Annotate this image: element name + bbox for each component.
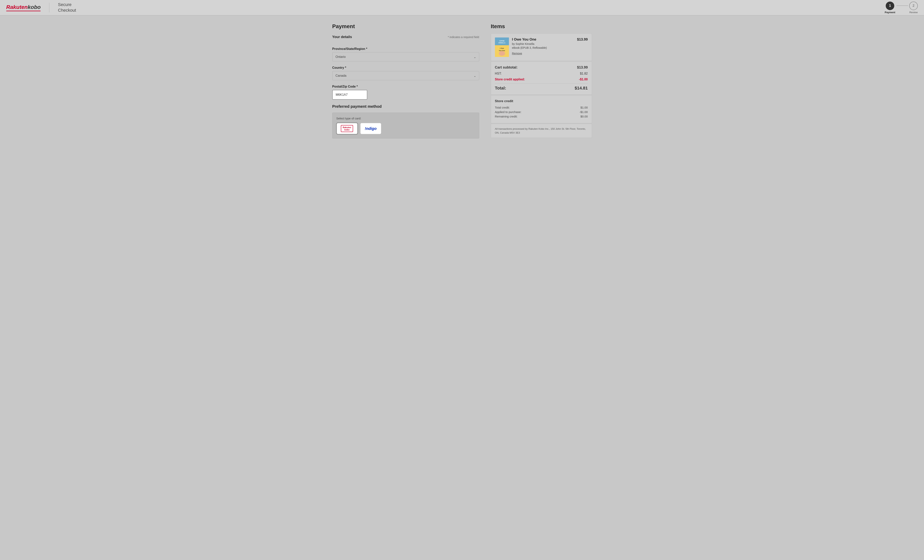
card-select-label: Select type of card:: [336, 117, 475, 120]
logo-rakuten: Rakuten: [6, 4, 28, 10]
step-1-circle: 1: [886, 1, 894, 10]
province-select[interactable]: Ontario British Columbia Alberta Quebec: [332, 52, 479, 61]
hst-label: HST:: [495, 72, 502, 75]
your-details-label: Your details: [332, 35, 352, 39]
total-label: Total:: [495, 85, 506, 91]
cart-subtotal-label: Cart subtotal:: [495, 66, 518, 69]
remaining-label: Remaining credit:: [495, 115, 518, 118]
step-2: 2 Review: [909, 1, 918, 14]
stepper: 1 Payment 2 Review: [885, 1, 918, 14]
logo-kobo: kobo: [28, 4, 40, 10]
postal-label: Postal/Zip Code *: [332, 85, 479, 88]
card-select-box: Select type of card: Rakuten kobo !ndigo: [332, 112, 479, 138]
header-left: Rakutenkobo SecureCheckout: [6, 2, 76, 13]
item-format: eBook (EPUB 3, Reflowable): [512, 46, 574, 49]
total-row: Total: $14.81: [495, 85, 588, 91]
item-details: I Owe You One by Sophie Kinsella eBook (…: [512, 37, 574, 55]
logo: Rakutenkobo: [6, 4, 40, 11]
remaining-value: $0.00: [580, 115, 588, 118]
header-divider: [49, 3, 50, 12]
indigo-logo: !ndigo: [365, 126, 376, 131]
province-label: Province/State/Region *: [332, 47, 479, 51]
store-credit-section: Store credit Total credit: $1.00 Applied…: [491, 95, 592, 123]
rakuten-card-line1: Rakuten: [343, 126, 351, 129]
country-label: Country *: [332, 66, 479, 69]
item-card: SOPHIE KINSELLA I Owe You One I Owe You …: [491, 33, 592, 61]
province-group: Province/State/Region * Ontario British …: [332, 47, 479, 61]
postal-group: Postal/Zip Code *: [332, 85, 479, 100]
your-details-row: Your details * indicates a required fiel…: [332, 35, 479, 43]
applied-row: Applied to purchase: -$1.00: [495, 110, 588, 114]
total-credit-value: $1.00: [580, 106, 588, 109]
svg-point-7: [499, 51, 505, 56]
country-select-wrapper: Canada United States United Kingdom ⌄: [332, 71, 479, 80]
total-credit-label: Total credit:: [495, 106, 510, 109]
step-2-circle: 2: [909, 1, 918, 10]
step-2-label: Review: [909, 11, 918, 14]
header: Rakutenkobo SecureCheckout 1 Payment 2 R…: [0, 0, 924, 15]
rakuten-kobo-card-option[interactable]: Rakuten kobo: [336, 123, 358, 134]
svg-text:SOPHIE: SOPHIE: [499, 40, 504, 42]
step-connector: [896, 6, 908, 6]
store-credit-title: Store credit: [495, 99, 588, 103]
applied-label: Applied to purchase:: [495, 110, 522, 114]
left-panel: Payment Your details * indicates a requi…: [332, 23, 491, 138]
credit-applied-label: Store credit applied:: [495, 78, 525, 81]
country-select[interactable]: Canada United States United Kingdom: [332, 71, 479, 80]
secure-checkout-text: SecureCheckout: [58, 2, 76, 13]
summary-section: Cart subtotal: $13.99 HST: $1.82 Store c…: [491, 61, 592, 95]
country-group: Country * Canada United States United Ki…: [332, 66, 479, 80]
cart-subtotal-value: $13.99: [577, 66, 588, 69]
total-credit-row: Total credit: $1.00: [495, 106, 588, 109]
required-note: * indicates a required field: [448, 36, 479, 39]
item-title: I Owe You One: [512, 37, 574, 42]
rakuten-card-line2: kobo: [344, 129, 350, 131]
logo-underline: [6, 10, 40, 11]
total-value: $14.81: [574, 85, 588, 91]
items-title: Items: [491, 23, 592, 30]
cart-subtotal-row: Cart subtotal: $13.99: [495, 66, 588, 69]
remove-button[interactable]: Remove: [512, 52, 522, 55]
card-options: Rakuten kobo !ndigo: [336, 123, 475, 134]
credit-applied-value: -$1.00: [579, 78, 588, 81]
applied-value: -$1.00: [579, 110, 588, 114]
remaining-row: Remaining credit: $0.00: [495, 115, 588, 118]
step-1: 1 Payment: [885, 1, 895, 14]
main-content: Payment Your details * indicates a requi…: [326, 15, 598, 146]
credit-applied-row: Store credit applied: -$1.00: [495, 78, 588, 81]
payment-method-title: Preferred payment method: [332, 104, 479, 109]
step-1-label: Payment: [885, 11, 895, 14]
right-panel: Items SOPHIE KINSELLA I Owe You One I Ow…: [491, 23, 592, 138]
item-price: $13.99: [577, 37, 588, 42]
hst-row: HST: $1.82: [495, 72, 588, 75]
indigo-card-option[interactable]: !ndigo: [360, 123, 381, 134]
payment-title: Payment: [332, 23, 479, 30]
province-select-wrapper: Ontario British Columbia Alberta Quebec …: [332, 52, 479, 61]
svg-text:I Owe: I Owe: [500, 47, 504, 49]
rakuten-card-logo: Rakuten kobo: [341, 125, 353, 132]
book-cover: SOPHIE KINSELLA I Owe You One: [495, 37, 509, 57]
postal-input[interactable]: [332, 90, 367, 100]
hst-value: $1.82: [580, 72, 588, 75]
item-author: by Sophie Kinsella: [512, 42, 574, 45]
svg-text:KINSELLA: KINSELLA: [498, 42, 505, 43]
footer-note: All transactions processed by Rakuten Ko…: [491, 124, 592, 138]
